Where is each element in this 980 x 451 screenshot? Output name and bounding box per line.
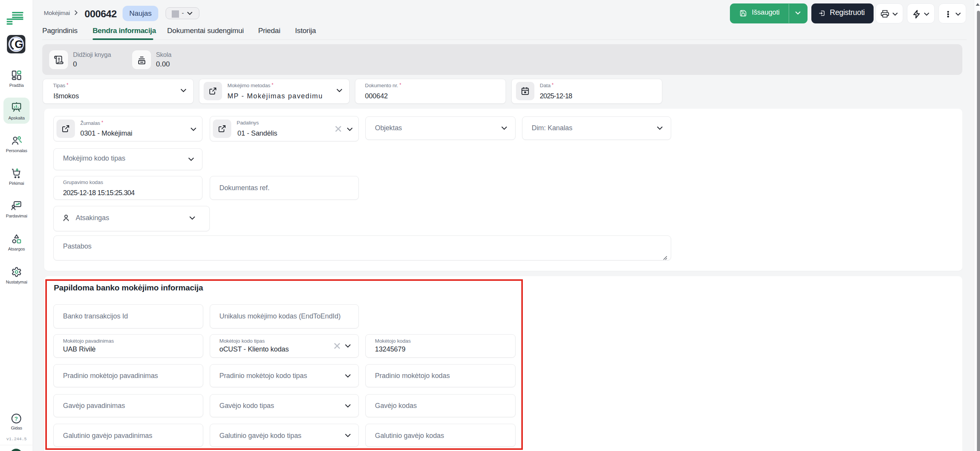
svg-text:?: ?: [15, 415, 18, 422]
svg-text:G: G: [15, 38, 23, 50]
